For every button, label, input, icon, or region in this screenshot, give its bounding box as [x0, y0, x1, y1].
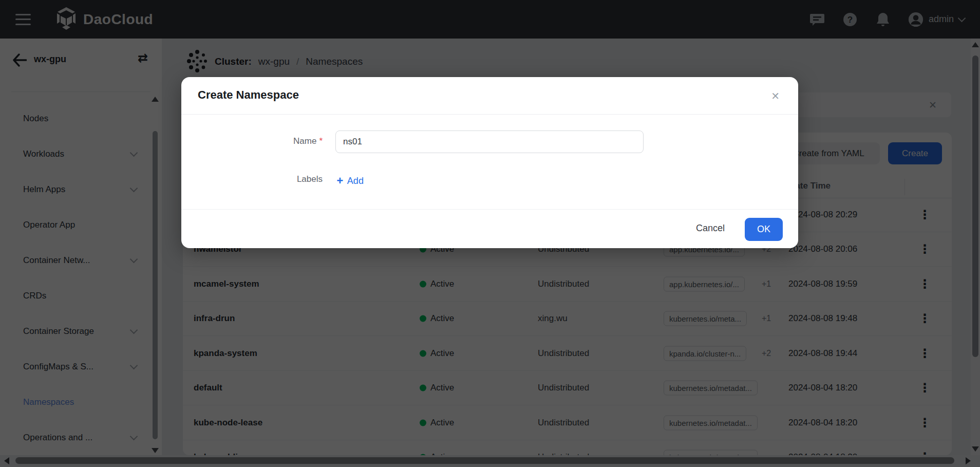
plus-icon — [336, 174, 343, 188]
ok-button[interactable]: OK — [745, 218, 783, 241]
required-asterisk: * — [319, 136, 323, 146]
close-modal-icon[interactable] — [771, 90, 780, 102]
create-namespace-modal: Create Namespace Name* Labels Add Cancel… — [181, 77, 798, 248]
add-label-text: Add — [347, 176, 364, 186]
cancel-button[interactable]: Cancel — [682, 217, 739, 240]
add-label-link[interactable]: Add — [336, 174, 364, 188]
modal-header: Create Namespace — [181, 77, 798, 115]
labels-field-label: Labels — [181, 174, 323, 184]
modal-footer: Cancel OK — [181, 209, 798, 248]
labels-field-row: Labels Add — [181, 173, 798, 189]
name-field-label: Name* — [181, 136, 323, 146]
namespace-name-input[interactable] — [335, 130, 644, 153]
app-root: DaoCloud ? admin — [0, 0, 980, 467]
name-field-row: Name* — [181, 130, 798, 153]
modal-title: Create Namespace — [198, 88, 299, 102]
